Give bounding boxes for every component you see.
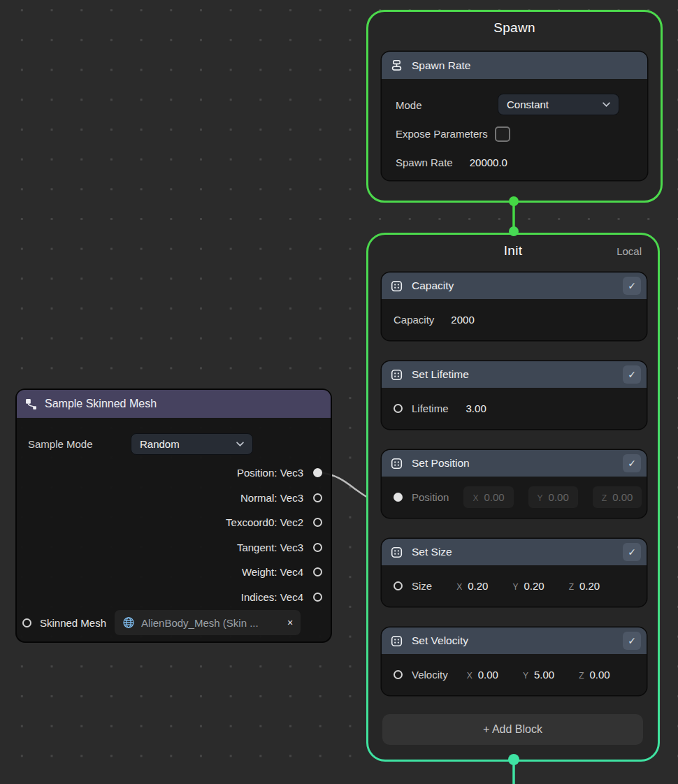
sample-mode-dropdown[interactable]: Random	[131, 433, 253, 455]
capacity-value[interactable]: 2000	[451, 314, 474, 326]
velocity-input-port[interactable]	[394, 670, 403, 679]
set-position-block-title: Set Position	[412, 457, 470, 470]
chevron-down-icon	[236, 442, 244, 447]
mode-dropdown[interactable]: Constant	[498, 94, 619, 115]
position-label: Position	[412, 491, 449, 503]
sample-mode-value: Random	[140, 438, 180, 450]
skinned-mesh-input-port[interactable]	[22, 618, 31, 627]
indices-output-port[interactable]	[313, 593, 322, 602]
position-input-port[interactable]	[394, 493, 403, 502]
sample-skinned-mesh-node[interactable]: Sample Skinned Mesh Sample Mode Random P…	[15, 389, 332, 643]
spawn-rate-block-title: Spawn Rate	[412, 59, 470, 72]
output-row-indices: Indices: Vec4	[241, 590, 322, 604]
set-lifetime-block[interactable]: Set Lifetime ✓ Lifetime 3.00	[382, 361, 647, 429]
sample-node-title: Sample Skinned Mesh	[45, 398, 157, 410]
block-icon	[391, 369, 403, 381]
output-row-weight: Weight: Vec4	[242, 565, 322, 579]
velocity-z-field[interactable]: Z 0.00	[579, 669, 610, 681]
lifetime-input-port[interactable]	[394, 404, 403, 413]
set-size-block-title: Set Size	[412, 546, 452, 558]
weight-output-port[interactable]	[313, 567, 322, 576]
position-x-field: X 0.00	[463, 486, 513, 508]
lifetime-label: Lifetime	[412, 402, 449, 414]
capacity-label: Capacity	[394, 314, 434, 326]
init-context-node[interactable]: Init Local Capacity ✓ Capacity 2000	[366, 233, 660, 762]
output-row-position: Position: Vec3	[237, 465, 322, 479]
velocity-y-field[interactable]: Y 5.00	[523, 669, 554, 681]
skinned-mesh-input-row: Skinned Mesh AlienBody_Mesh (Skin ... ×	[22, 610, 328, 635]
lifetime-value[interactable]: 3.00	[466, 402, 486, 414]
capacity-block[interactable]: Capacity ✓ Capacity 2000	[382, 273, 647, 340]
set-lifetime-enabled-toggle[interactable]: ✓	[623, 365, 641, 384]
spawn-rate-label: Spawn Rate	[396, 157, 453, 168]
clear-asset-icon[interactable]: ×	[287, 617, 293, 628]
set-position-block[interactable]: Set Position ✓ Position X 0.00 Y 0.00 Z …	[382, 450, 647, 518]
position-y-field: Y 0.00	[528, 486, 578, 508]
set-velocity-block-header[interactable]: Set Velocity ✓	[382, 627, 647, 654]
operator-node-icon	[25, 398, 37, 410]
spawn-context-node[interactable]: Spawn Spawn Rate Mode Constant	[366, 10, 663, 203]
set-position-enabled-toggle[interactable]: ✓	[623, 454, 641, 472]
init-node-title: Init	[368, 243, 658, 259]
block-icon	[391, 635, 403, 647]
asset-name: AlienBody_Mesh (Skin ...	[141, 617, 281, 629]
expose-parameters-label: Expose Parameters	[396, 128, 488, 140]
capacity-enabled-toggle[interactable]: ✓	[623, 277, 641, 295]
mode-label: Mode	[396, 99, 422, 111]
capacity-block-header[interactable]: Capacity ✓	[382, 273, 647, 299]
spawn-rate-block[interactable]: Spawn Rate Mode Constant Expose Paramete…	[382, 52, 647, 180]
set-lifetime-block-title: Set Lifetime	[412, 368, 469, 381]
tangent-output-port[interactable]	[313, 543, 322, 552]
set-velocity-block[interactable]: Set Velocity ✓ Velocity X 0.00 Y 5.00 Z …	[382, 627, 647, 695]
set-velocity-block-title: Set Velocity	[412, 634, 468, 647]
normal-output-port[interactable]	[313, 493, 322, 502]
spawn-rate-block-header[interactable]: Spawn Rate	[382, 52, 647, 79]
set-velocity-enabled-toggle[interactable]: ✓	[623, 632, 641, 650]
output-row-tangent: Tangent: Vec3	[237, 540, 322, 554]
set-size-enabled-toggle[interactable]: ✓	[623, 543, 641, 561]
output-row-normal: Normal: Vec3	[240, 491, 322, 504]
spawn-rate-value[interactable]: 20000.0	[470, 157, 507, 168]
size-y-field[interactable]: Y 0.20	[512, 580, 544, 592]
set-size-block[interactable]: Set Size ✓ Size X 0.20 Y 0.20 Z 0.20	[382, 539, 647, 607]
size-z-field[interactable]: Z 0.20	[569, 580, 600, 592]
size-x-field[interactable]: X 0.20	[456, 580, 488, 592]
position-z-field: Z 0.00	[593, 486, 642, 508]
block-icon	[391, 546, 403, 558]
block-icon	[391, 280, 403, 292]
set-position-block-header[interactable]: Set Position ✓	[382, 450, 647, 477]
size-label: Size	[412, 580, 432, 592]
spawn-node-title: Spawn	[368, 20, 661, 36]
chevron-down-icon	[603, 102, 610, 107]
mode-row: Mode Constant	[382, 91, 647, 119]
size-input-port[interactable]	[394, 581, 403, 590]
expose-parameters-checkbox[interactable]	[495, 126, 510, 142]
mesh-asset-globe-icon	[122, 616, 135, 629]
spawn-rate-row: Spawn Rate 20000.0	[382, 148, 647, 177]
set-lifetime-block-header[interactable]: Set Lifetime ✓	[382, 361, 647, 388]
sample-skinned-mesh-header[interactable]: Sample Skinned Mesh	[17, 390, 331, 418]
add-block-button[interactable]: + Add Block	[382, 714, 643, 745]
mode-dropdown-value: Constant	[507, 99, 549, 110]
sample-mode-label: Sample Mode	[28, 438, 93, 450]
velocity-label: Velocity	[412, 669, 448, 681]
position-output-port[interactable]	[313, 468, 322, 477]
texcoord0-output-port[interactable]	[313, 518, 322, 527]
capacity-block-title: Capacity	[412, 280, 454, 292]
init-space-badge[interactable]: Local	[616, 245, 642, 257]
spawn-rate-icon	[391, 59, 403, 71]
block-icon	[391, 458, 403, 470]
skinned-mesh-asset-field[interactable]: AlienBody_Mesh (Skin ... ×	[115, 610, 301, 635]
expose-parameters-row: Expose Parameters	[382, 119, 647, 148]
velocity-x-field[interactable]: X 0.00	[467, 669, 498, 681]
set-size-block-header[interactable]: Set Size ✓	[382, 539, 647, 565]
skinned-mesh-label: Skinned Mesh	[40, 617, 106, 629]
output-row-texcoord0: Texcoord0: Vec2	[226, 515, 322, 529]
